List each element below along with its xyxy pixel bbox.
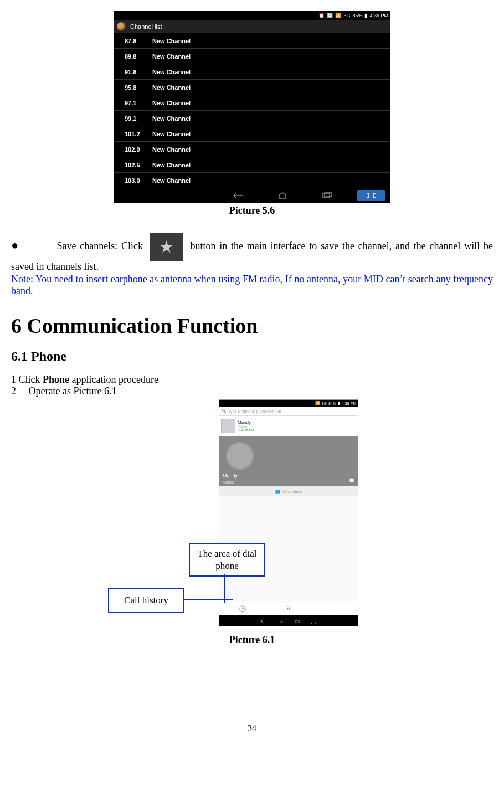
nav-bar: [114, 188, 390, 203]
channel-name: New Channel: [152, 115, 191, 122]
star-icon: [150, 233, 183, 261]
channel-freq: 97.1: [125, 100, 152, 106]
search-input[interactable]: Type a name or phone number: [219, 407, 358, 416]
callout-call-history: Call history: [108, 588, 184, 613]
caption-5-6: Picture 5.6: [11, 205, 493, 217]
callout-line: [183, 599, 233, 600]
nav-bar: ⟵ ⌂ ▭ ⛶: [219, 615, 358, 626]
signal-icon: 📶: [335, 13, 341, 18]
battery-label: 85%: [352, 13, 362, 18]
subsection-heading: 6.1 Phone: [11, 349, 493, 364]
channel-name: New Channel: [152, 38, 191, 44]
battery-icon: ▮: [364, 13, 367, 18]
step1-pre: 1 Click: [11, 374, 43, 385]
back-button[interactable]: ⟵: [261, 618, 269, 624]
dialpad-tab[interactable]: ⠿: [265, 602, 311, 615]
screenshot-button[interactable]: ⛶: [311, 618, 316, 624]
avatar: [226, 442, 254, 470]
battery-icon: ▮: [338, 401, 340, 405]
all-contacts-row[interactable]: 👥 All contacts: [219, 486, 358, 496]
clock-label: 4:36 PM: [369, 13, 388, 18]
bullet-icon: ●: [11, 238, 20, 252]
clock-label: 4:38 PM: [342, 402, 356, 405]
step-1: 1 Click Phone application procedure: [11, 374, 493, 386]
channel-name: New Channel: [152, 146, 191, 153]
picture-6-1-wrap: 📶 3G 84% ▮ 4:38 PM Type a name or phone …: [58, 399, 446, 632]
antenna-note: Note: You need to insert earphone as ant…: [11, 274, 493, 297]
channel-freq: 95.8: [125, 84, 152, 91]
channel-freq: 102.5: [125, 162, 152, 168]
channel-name: New Channel: [152, 100, 191, 106]
history-icon: 🕑: [349, 478, 354, 483]
contacts-icon: 👥: [275, 489, 280, 494]
channel-name: New Channel: [152, 162, 191, 168]
channel-name: New Channel: [152, 69, 191, 75]
section-heading: 6 Communication Function: [11, 314, 493, 338]
channel-row[interactable]: 103.0New Channel: [114, 173, 390, 188]
p61-status-bar: 📶 3G 84% ▮ 4:38 PM: [219, 400, 358, 407]
channel-name: New Channel: [152, 53, 191, 60]
channel-row[interactable]: 87.8New Channel: [114, 33, 390, 49]
menu-tab[interactable]: ⋮: [312, 602, 358, 615]
network-label: 3G: [343, 13, 350, 18]
page-number: 34: [11, 723, 493, 733]
contact-card[interactable]: Mandy Mobile 🕑: [219, 436, 358, 486]
channel-name: New Channel: [152, 131, 191, 137]
step1-post: application procedure: [69, 374, 158, 385]
save-channels-paragraph: ● Save channels: Click button in the mai…: [11, 233, 493, 273]
home-button[interactable]: ⌂: [280, 618, 283, 624]
channel-row[interactable]: 99.1New Channel: [114, 111, 390, 126]
bottom-tab-bar: 🕑 ⠿ ⋮: [219, 602, 358, 615]
all-contacts-label: All contacts: [282, 490, 302, 494]
channel-freq: 91.8: [125, 69, 152, 75]
caption-6-1: Picture 6.1: [11, 634, 493, 646]
callout-dial-area: The area of dial phone: [189, 543, 265, 577]
avatar: [221, 419, 235, 433]
channel-freq: 102.0: [125, 146, 152, 153]
save-text-pre: Save channels: Click: [56, 240, 146, 251]
back-button[interactable]: [224, 190, 252, 201]
recent-button[interactable]: ▭: [295, 618, 300, 624]
channel-rows: 87.8New Channel89.8New Channel91.8New Ch…: [114, 33, 390, 188]
sync-icon: 🔄: [327, 13, 333, 18]
channel-freq: 101.2: [125, 131, 152, 137]
channel-list-screenshot: ⏰ 🔄 📶 3G 85% ▮ 4:36 PM Channel list 87.8…: [114, 11, 390, 203]
alarm-icon: ⏰: [318, 13, 325, 18]
screenshot-button[interactable]: [357, 190, 385, 201]
channel-name: New Channel: [152, 177, 191, 184]
recent-button[interactable]: [313, 190, 341, 201]
step1-bold: Phone: [43, 374, 69, 385]
channel-freq: 87.8: [125, 38, 152, 44]
signal-icon: 📶: [315, 401, 320, 405]
battery-label: 84%: [328, 402, 336, 405]
channel-row[interactable]: 101.2New Channel: [114, 126, 390, 142]
channel-name: New Channel: [152, 84, 191, 91]
card-name: Mandy: [223, 473, 238, 479]
card-type: Mobile: [223, 480, 234, 484]
channel-freq: 89.8: [125, 53, 152, 60]
channel-row[interactable]: 102.5New Channel: [114, 157, 390, 173]
channel-freq: 99.1: [125, 115, 152, 122]
channel-freq: 103.0: [125, 177, 152, 184]
channel-row[interactable]: 97.1New Channel: [114, 95, 390, 111]
svg-rect-0: [323, 193, 330, 198]
svg-rect-1: [325, 192, 331, 197]
step-2: 2 Operate as Picture 6.1: [11, 386, 493, 397]
recent-contact-row[interactable]: Mandy Mobile ↗ 4:37 PM: [219, 416, 358, 436]
home-button[interactable]: [269, 190, 296, 201]
history-tab[interactable]: 🕑: [219, 602, 265, 615]
network-label: 3G: [322, 402, 327, 405]
phone-screenshot: 📶 3G 84% ▮ 4:38 PM Type a name or phone …: [219, 399, 358, 622]
contact-name: Mandy: [238, 420, 254, 425]
steps-list: 1 Click Phone application procedure 2 Op…: [11, 374, 493, 397]
fm-app-icon: [117, 22, 126, 31]
channel-row[interactable]: 89.8New Channel: [114, 49, 390, 64]
contact-time: ↗ 4:37 PM: [238, 428, 254, 432]
title-bar: Channel list: [114, 20, 390, 33]
screen-title: Channel list: [130, 23, 162, 30]
channel-row[interactable]: 102.0New Channel: [114, 142, 390, 157]
channel-row[interactable]: 95.8New Channel: [114, 80, 390, 95]
status-bar: ⏰ 🔄 📶 3G 85% ▮ 4:36 PM: [114, 11, 390, 20]
channel-row[interactable]: 91.8New Channel: [114, 64, 390, 80]
